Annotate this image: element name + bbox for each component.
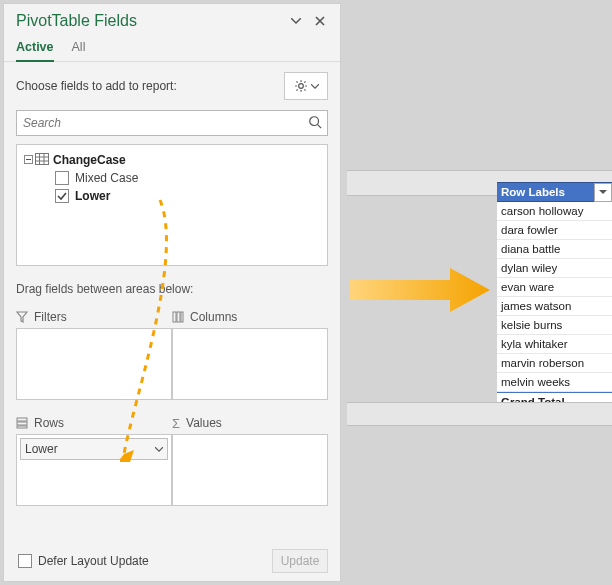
chip-label: Lower [25,442,58,456]
svg-rect-12 [17,418,27,421]
field-label: Lower [75,189,110,203]
columns-label: Columns [190,310,237,324]
row-labels-dropdown[interactable] [594,183,612,202]
pivot-row: marvin roberson [497,354,612,373]
chevron-down-icon[interactable] [155,447,163,452]
table-icon [35,153,49,168]
svg-line-1 [318,124,322,128]
tree-table-label: ChangeCase [53,153,126,167]
pivot-row: kelsie burns [497,316,612,335]
values-label: Values [186,416,222,430]
filters-label: Filters [34,310,67,324]
pivot-row: james watson [497,297,612,316]
close-icon[interactable] [308,10,332,32]
field-lower[interactable]: Lower [21,187,323,205]
defer-row: Defer Layout Update Update [16,549,328,573]
sigma-icon: Σ [172,416,180,431]
svg-rect-13 [17,422,27,425]
svg-point-0 [310,116,319,125]
tab-all[interactable]: All [72,36,86,61]
svg-rect-4 [36,153,49,164]
pivot-row: evan ware [497,278,612,297]
sheet-row-band-bottom [347,402,612,426]
defer-label: Defer Layout Update [38,554,149,568]
gear-icon [294,79,308,93]
choose-fields-row: Choose fields to add to report: [4,62,340,108]
columns-header: Columns [172,302,328,328]
tree-table-row[interactable]: ChangeCase [21,151,323,169]
tabs: Active All [4,36,340,62]
drop-areas: Filters Columns Rows Σ Values Lower [4,302,340,506]
pivot-row: kyla whitaker [497,335,612,354]
svg-rect-14 [17,426,27,428]
field-label: Mixed Case [75,171,138,185]
rows-label: Rows [34,416,64,430]
defer-checkbox[interactable] [18,554,32,568]
rows-icon [16,417,28,429]
svg-rect-10 [177,312,180,322]
search-box[interactable] [16,110,328,136]
filters-header: Filters [16,302,172,328]
field-list[interactable]: ChangeCase Mixed Case Lower [16,144,328,266]
search-icon [303,115,327,132]
field-mixed-case[interactable]: Mixed Case [21,169,323,187]
panel-title: PivotTable Fields [16,12,284,30]
chevron-down-icon [599,190,607,195]
pivot-header: Row Labels [497,182,612,202]
rows-drop-zone[interactable]: Lower [16,434,172,506]
rows-chip-lower[interactable]: Lower [20,438,168,460]
collapse-icon[interactable] [21,155,35,166]
values-header: Σ Values [172,400,328,434]
drag-fields-label: Drag fields between areas below: [4,266,340,302]
choose-fields-label: Choose fields to add to report: [16,79,284,93]
pivottable-fields-panel: PivotTable Fields Active All Choose fiel… [3,3,341,582]
task-pane-options-button[interactable] [284,10,308,32]
columns-icon [172,311,184,323]
chevron-down-icon [311,84,319,89]
pivot-row: carson holloway [497,202,612,221]
update-button: Update [272,549,328,573]
values-drop-zone[interactable] [172,434,328,506]
checkbox-unchecked[interactable] [55,171,69,185]
sheet-area: Row Labels carson hollowaydara fowlerdia… [344,0,612,585]
search-input[interactable] [17,116,303,130]
pivot-row: dara fowler [497,221,612,240]
svg-rect-11 [181,312,183,322]
rows-header: Rows [16,400,172,434]
svg-rect-9 [173,312,176,322]
tab-active[interactable]: Active [16,36,54,62]
filters-drop-zone[interactable] [16,328,172,400]
filter-icon [16,311,28,323]
pivot-row: melvin weeks [497,373,612,392]
pivot-header-label: Row Labels [501,186,565,198]
columns-drop-zone[interactable] [172,328,328,400]
pivot-row: diana battle [497,240,612,259]
pivot-row: dylan wiley [497,259,612,278]
tools-button[interactable] [284,72,328,100]
panel-header: PivotTable Fields [4,4,340,36]
checkbox-checked[interactable] [55,189,69,203]
pivot-preview: Row Labels carson hollowaydara fowlerdia… [497,182,612,413]
